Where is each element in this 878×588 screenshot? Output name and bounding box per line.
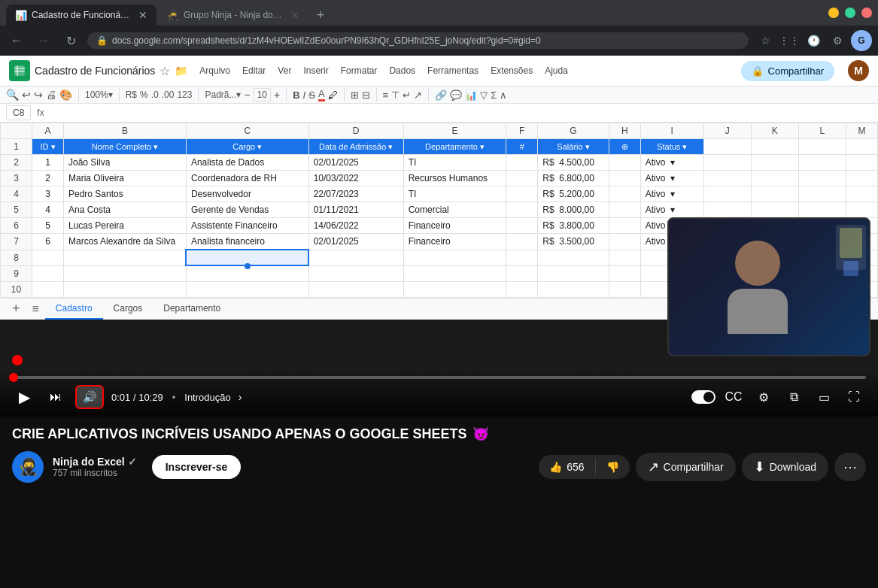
link-btn[interactable]: 🔗 bbox=[435, 89, 447, 101]
filter-btn[interactable]: ▽ bbox=[480, 89, 488, 101]
bold-btn[interactable]: B bbox=[293, 89, 299, 101]
cell-H3[interactable] bbox=[609, 171, 640, 186]
zoom-icon[interactable]: 🔍 bbox=[6, 89, 19, 101]
percent-btn[interactable]: % bbox=[140, 89, 148, 100]
cell-B8[interactable] bbox=[64, 250, 187, 265]
back-button[interactable]: ← bbox=[6, 30, 27, 51]
italic-btn[interactable]: I bbox=[303, 89, 306, 101]
menu-inserir[interactable]: Inserir bbox=[299, 64, 333, 77]
cell-A4[interactable]: 3 bbox=[32, 186, 64, 202]
cell-D8[interactable] bbox=[308, 250, 403, 265]
share-button[interactable]: 🔒 Compartilhar bbox=[741, 61, 834, 81]
cell-D2[interactable]: 02/01/2025 bbox=[308, 155, 403, 171]
wrap-btn[interactable]: ↵ bbox=[403, 89, 411, 101]
cell-C8-active[interactable] bbox=[186, 250, 308, 265]
align-btn[interactable]: ≡ bbox=[383, 89, 389, 101]
cell-G5[interactable]: R$ 8.000,00 bbox=[538, 202, 609, 218]
cell-M2[interactable] bbox=[846, 155, 877, 171]
font-size-dec[interactable]: − bbox=[244, 89, 250, 101]
cell-G8[interactable] bbox=[538, 250, 609, 265]
fullscreen-button[interactable]: ⛶ bbox=[842, 385, 866, 409]
menu-extensoes[interactable]: Extensões bbox=[486, 64, 537, 77]
col-header-L[interactable]: L bbox=[798, 123, 846, 139]
cell-M5[interactable] bbox=[846, 202, 877, 218]
forward-button[interactable]: → bbox=[33, 30, 54, 51]
cell-E8[interactable] bbox=[403, 250, 506, 265]
font-selector[interactable]: Padrã...▾ bbox=[205, 89, 241, 100]
minimize-button[interactable]: — bbox=[828, 8, 839, 18]
cell-F5[interactable] bbox=[506, 202, 538, 218]
theater-button[interactable]: ▭ bbox=[812, 385, 836, 409]
cell-F3[interactable] bbox=[506, 171, 538, 186]
cell-C3[interactable]: Coordenadora de RH bbox=[186, 171, 308, 186]
sheet-tab-cargos[interactable]: Cargos bbox=[103, 299, 153, 320]
subtitles-button[interactable]: CC bbox=[722, 385, 746, 409]
cell-G2[interactable]: R$ 4.500,00 bbox=[538, 155, 609, 171]
add-sheet-button[interactable]: + bbox=[6, 299, 26, 318]
tab-close-1[interactable]: ✕ bbox=[138, 9, 147, 21]
cell-L3[interactable] bbox=[798, 171, 846, 186]
col-header-I[interactable]: I bbox=[640, 123, 703, 139]
cell-B4[interactable]: Pedro Santos bbox=[64, 186, 187, 202]
col-header-B[interactable]: B bbox=[64, 123, 187, 139]
cell-A2[interactable]: 1 bbox=[32, 155, 64, 171]
menu-ajuda[interactable]: Ajuda bbox=[540, 64, 573, 77]
sheets-profile-avatar[interactable]: M bbox=[848, 60, 869, 81]
cell-A7[interactable]: 6 bbox=[32, 234, 64, 250]
share-button-main[interactable]: ↗ Compartilhar bbox=[636, 453, 736, 481]
like-button[interactable]: 👍 656 bbox=[539, 455, 594, 479]
decimal-dec-btn[interactable]: .0 bbox=[151, 89, 159, 100]
cell-D5[interactable]: 01/11/2021 bbox=[308, 202, 403, 218]
new-tab-button[interactable]: + bbox=[310, 5, 331, 26]
col-header-C[interactable]: C bbox=[186, 123, 308, 139]
redo-btn[interactable]: ↪ bbox=[34, 89, 43, 101]
sheet-tab-cadastro[interactable]: Cadastro bbox=[45, 299, 103, 320]
download-button[interactable]: ⬇ Download bbox=[742, 453, 828, 481]
maximize-button[interactable]: □ bbox=[845, 8, 855, 18]
menu-formatar[interactable]: Formatar bbox=[336, 64, 382, 77]
undo-btn[interactable]: ↩ bbox=[22, 89, 31, 101]
menu-dados[interactable]: Dados bbox=[384, 64, 420, 77]
col-header-D[interactable]: D bbox=[308, 123, 403, 139]
menu-arquivo[interactable]: Arquivo bbox=[195, 64, 235, 77]
menu-ferramentas[interactable]: Ferramentas bbox=[423, 64, 483, 77]
cell-C6[interactable]: Assistente Financeiro bbox=[186, 218, 308, 234]
cell-C4[interactable]: Desenvolvedor bbox=[186, 186, 308, 202]
col-header-E[interactable]: E bbox=[403, 123, 506, 139]
cell-C5[interactable]: Gerente de Vendas bbox=[186, 202, 308, 218]
cell-I4[interactable]: Ativo ▾ bbox=[640, 186, 703, 202]
profile-avatar[interactable]: G bbox=[851, 30, 872, 51]
zoom-level[interactable]: 100%▾ bbox=[85, 89, 113, 100]
currency-btn[interactable]: R$ bbox=[126, 89, 137, 100]
cell-J3[interactable] bbox=[703, 171, 751, 186]
cell-L2[interactable] bbox=[798, 155, 846, 171]
cell-F2[interactable] bbox=[506, 155, 538, 171]
cell-E7[interactable]: Financeiro bbox=[403, 234, 506, 250]
cell-G6[interactable]: R$ 3.800,00 bbox=[538, 218, 609, 234]
cell-B3[interactable]: Maria Oliveira bbox=[64, 171, 187, 186]
cell-H6[interactable] bbox=[609, 218, 640, 234]
menu-editar[interactable]: Editar bbox=[238, 64, 270, 77]
col-header-F[interactable]: F bbox=[506, 123, 538, 139]
history-icon[interactable]: 🕐 bbox=[803, 30, 824, 51]
rotate-btn[interactable]: ↗ bbox=[414, 89, 422, 101]
cell-G3[interactable]: R$ 6.800,00 bbox=[538, 171, 609, 186]
play-button[interactable]: ▶ bbox=[12, 385, 36, 409]
cell-K4[interactable] bbox=[751, 186, 798, 202]
settings-button[interactable]: ⚙ bbox=[752, 385, 776, 409]
cell-F4[interactable] bbox=[506, 186, 538, 202]
col-header-H[interactable]: H bbox=[609, 123, 640, 139]
col-header-G[interactable]: G bbox=[538, 123, 609, 139]
cell-D7[interactable]: 02/01/2025 bbox=[308, 234, 403, 250]
comment-btn[interactable]: 💬 bbox=[450, 89, 462, 101]
number-format-btn[interactable]: 123 bbox=[177, 89, 192, 100]
cell-E6[interactable]: Financeiro bbox=[403, 218, 506, 234]
cell-F6[interactable] bbox=[506, 218, 538, 234]
cell-K3[interactable] bbox=[751, 171, 798, 186]
next-button[interactable]: ⏭ bbox=[44, 385, 68, 409]
reload-button[interactable]: ↻ bbox=[60, 30, 81, 51]
cell-F8[interactable] bbox=[506, 250, 538, 265]
cell-M3[interactable] bbox=[846, 171, 877, 186]
cell-D3[interactable]: 10/03/2022 bbox=[308, 171, 403, 186]
cell-F7[interactable] bbox=[506, 234, 538, 250]
